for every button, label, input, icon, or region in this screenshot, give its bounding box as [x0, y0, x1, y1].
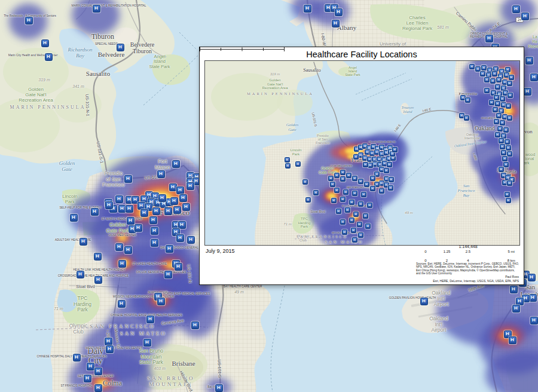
- hospital-marker[interactable]: H: [285, 157, 290, 163]
- hospital-marker[interactable]: H: [387, 162, 392, 167]
- hospital-marker[interactable]: H: [215, 384, 223, 392]
- hospital-marker[interactable]: H: [157, 170, 165, 178]
- hospital-marker[interactable]: H: [106, 345, 114, 353]
- hospital-marker[interactable]: H: [115, 195, 123, 203]
- hospital-marker[interactable]: H: [480, 71, 485, 76]
- hospital-marker[interactable]: H: [509, 75, 514, 80]
- hospital-marker[interactable]: H: [340, 170, 346, 175]
- hospital-marker[interactable]: H: [349, 218, 354, 223]
- hospital-marker[interactable]: H: [353, 212, 359, 217]
- hospital-marker[interactable]: H: [182, 203, 190, 211]
- hospital-marker[interactable]: H: [143, 339, 151, 347]
- hospital-marker[interactable]: H: [506, 103, 511, 109]
- hospital-marker[interactable]: H: [364, 182, 369, 187]
- hospital-marker[interactable]: H: [332, 20, 340, 27]
- inset-map-frame[interactable]: Sausalito319 mAngel Island State ParkGol…: [204, 60, 520, 246]
- hospital-marker[interactable]: H: [157, 298, 165, 305]
- hospital-marker[interactable]: H: [499, 138, 504, 143]
- hospital-marker[interactable]: H: [496, 77, 502, 82]
- hospital-marker[interactable]: H: [151, 227, 158, 235]
- hospital-marker[interactable]: H: [363, 213, 368, 219]
- hospital-marker[interactable]: H: [494, 119, 499, 124]
- hospital-marker[interactable]: H: [191, 321, 199, 329]
- hospital-marker[interactable]: H: [335, 8, 343, 16]
- hospital-marker[interactable]: H: [358, 232, 363, 238]
- hospital-marker[interactable]: H: [175, 263, 182, 271]
- hospital-marker[interactable]: H: [77, 271, 84, 278]
- hospital-marker[interactable]: H: [173, 206, 181, 214]
- hospital-marker[interactable]: H: [346, 173, 351, 178]
- hospital-marker[interactable]: H: [506, 145, 511, 151]
- hospital-marker[interactable]: H: [509, 336, 516, 344]
- hospital-marker[interactable]: H: [507, 115, 512, 121]
- hospital-marker[interactable]: H: [176, 234, 184, 242]
- hospital-marker[interactable]: H: [508, 93, 513, 98]
- hospital-marker[interactable]: H: [493, 107, 498, 112]
- hospital-marker[interactable]: H: [484, 77, 490, 82]
- hospital-marker[interactable]: H: [530, 317, 538, 324]
- hospital-marker[interactable]: H: [87, 363, 94, 370]
- hospital-marker[interactable]: H: [352, 237, 357, 243]
- hospital-marker[interactable]: H: [521, 13, 529, 20]
- hospital-marker[interactable]: H: [25, 17, 33, 24]
- hospital-marker[interactable]: H: [105, 338, 112, 345]
- hospital-marker[interactable]: H: [124, 246, 132, 254]
- hospital-marker[interactable]: H: [328, 176, 334, 181]
- hospital-marker[interactable]: H: [342, 229, 347, 235]
- hospital-marker[interactable]: H: [392, 147, 398, 152]
- hospital-marker[interactable]: H: [352, 176, 357, 181]
- hospital-marker[interactable]: H: [367, 203, 372, 208]
- hospital-marker[interactable]: H: [505, 139, 510, 145]
- hospital-marker[interactable]: H: [285, 163, 291, 169]
- hospital-marker[interactable]: H: [481, 65, 487, 71]
- hospital-marker[interactable]: H: [334, 173, 340, 178]
- hospital-marker[interactable]: H: [94, 384, 102, 392]
- hospital-marker[interactable]: H: [368, 163, 373, 168]
- hospital-marker[interactable]: H: [495, 101, 500, 106]
- hospital-marker[interactable]: H: [80, 238, 87, 246]
- hospital-marker[interactable]: H: [490, 78, 496, 84]
- hospital-marker[interactable]: H: [91, 208, 99, 216]
- hospital-marker[interactable]: H: [388, 185, 393, 191]
- hospital-marker[interactable]: H: [115, 243, 123, 251]
- hospital-marker[interactable]: H: [507, 151, 512, 157]
- hospital-marker[interactable]: H: [507, 81, 512, 86]
- hospital-marker[interactable]: H: [305, 197, 311, 203]
- hospital-marker[interactable]: H: [41, 39, 49, 47]
- hospital-marker[interactable]: H: [361, 192, 366, 197]
- hospital-marker[interactable]: H: [389, 177, 394, 182]
- hospital-marker[interactable]: H: [137, 202, 145, 210]
- hospital-marker[interactable]: H: [124, 175, 132, 183]
- hospital-marker[interactable]: H: [365, 223, 371, 229]
- hospital-marker[interactable]: H: [105, 201, 113, 209]
- hospital-marker[interactable]: H: [370, 176, 375, 181]
- hospital-marker[interactable]: H: [295, 161, 301, 167]
- hospital-marker[interactable]: H: [384, 168, 389, 173]
- hospital-marker[interactable]: H: [152, 207, 160, 215]
- hospital-marker[interactable]: H: [127, 217, 134, 225]
- hospital-marker[interactable]: H: [343, 189, 349, 195]
- print-layout-panel[interactable]: Healthcare Facility Locations: [199, 47, 524, 285]
- hospital-marker[interactable]: H: [340, 176, 346, 182]
- hospital-marker[interactable]: H: [345, 207, 350, 213]
- hospital-marker[interactable]: H: [118, 300, 126, 308]
- hospital-marker[interactable]: H: [495, 132, 500, 137]
- hospital-marker[interactable]: H: [500, 96, 505, 102]
- hospital-marker[interactable]: H: [304, 5, 311, 13]
- hospital-marker[interactable]: H: [469, 64, 475, 69]
- hospital-marker[interactable]: H: [357, 222, 362, 227]
- hospital-marker[interactable]: H: [516, 298, 524, 305]
- hospital-marker[interactable]: H: [176, 186, 184, 194]
- hospital-marker[interactable]: H: [500, 120, 505, 125]
- hospital-marker[interactable]: H: [140, 209, 148, 217]
- hospital-marker[interactable]: H: [151, 239, 158, 247]
- hospital-marker[interactable]: H: [118, 260, 126, 268]
- hospital-marker[interactable]: H: [336, 209, 341, 214]
- hospital-marker[interactable]: H: [169, 183, 177, 191]
- hospital-marker[interactable]: H: [84, 375, 91, 382]
- hospital-marker[interactable]: H: [340, 197, 346, 202]
- hospital-marker[interactable]: H: [118, 205, 126, 213]
- hospital-marker[interactable]: H: [507, 180, 512, 186]
- hospital-marker[interactable]: H: [302, 179, 308, 185]
- hospital-marker[interactable]: H: [510, 286, 518, 293]
